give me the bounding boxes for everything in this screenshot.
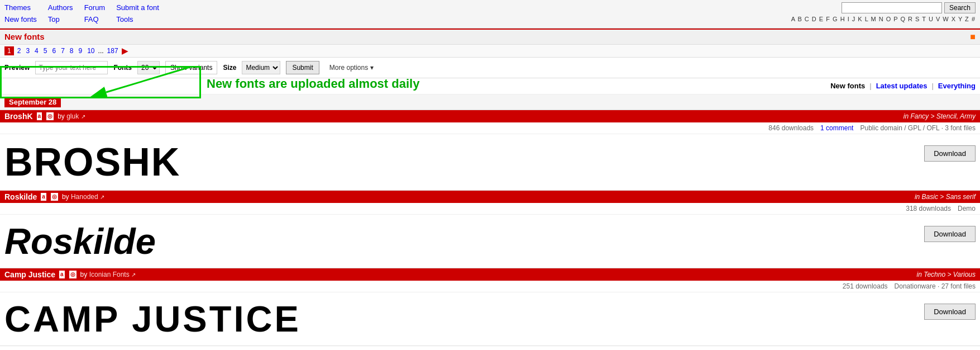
font-author-camp-justice: by Iconian Fonts ↗	[80, 271, 136, 278]
search-bar: Search	[842, 2, 976, 13]
page-wrapper: Themes New fonts Authors Top Forum FAQ S…	[0, 0, 980, 346]
license-broshk: Public domain / GPL / OFL · 3 font files	[860, 124, 976, 132]
nav-faq[interactable]: FAQ	[84, 14, 106, 26]
page-2[interactable]: 2	[16, 46, 23, 55]
font-preview-broshk: BROSHK Download	[0, 134, 980, 190]
search-button[interactable]: Search	[944, 2, 976, 13]
more-options-button[interactable]: More options ▾	[325, 61, 378, 74]
nav-new-fonts[interactable]: New fonts	[4, 14, 37, 26]
font-icon-img-roskilde: ◎	[51, 193, 58, 201]
font-section-broshk: BroshK a ◎ by gluk ↗ in Fancy > Stencil,…	[0, 110, 980, 191]
nav-tools[interactable]: Tools	[116, 14, 159, 26]
font-name-broshk[interactable]: BroshK	[4, 112, 33, 121]
sub-latest-updates-link[interactable]: Latest updates	[876, 81, 928, 92]
page-6[interactable]: 6	[50, 46, 58, 55]
page-187[interactable]: 187	[106, 46, 120, 55]
font-bar-left-broshk: BroshK a ◎ by gluk ↗	[4, 112, 85, 121]
nav-right: Search A B C D E F G H I J K L M N O P Q…	[791, 2, 976, 22]
size-select[interactable]: Medium Small Large	[242, 61, 280, 74]
page-8[interactable]: 8	[68, 46, 75, 55]
font-icon-img-broshk: ◎	[46, 112, 54, 120]
size-label: Size	[223, 64, 236, 72]
font-icon-a-roskilde: a	[41, 193, 46, 201]
license-camp-justice: Donationware · 27 font files	[895, 282, 976, 290]
font-author-roskilde: by Hanoded ↗	[62, 193, 104, 201]
download-count-roskilde: 318 downloads	[906, 205, 951, 212]
font-category-camp-justice: in Techno > Various	[916, 271, 976, 278]
font-preview-text-broshk: BROSHK	[4, 140, 180, 185]
nav-themes[interactable]: Themes	[4, 2, 37, 14]
date-separator: September 28	[0, 94, 980, 110]
page-5[interactable]: 5	[42, 46, 49, 55]
nav-col-1: Themes New fonts	[4, 2, 37, 26]
font-bar-left-roskilde: Roskilde a ◎ by Hanoded ↗	[4, 192, 104, 201]
nav-authors[interactable]: Authors	[48, 2, 73, 14]
preview-label: Preview	[4, 64, 30, 72]
page-3[interactable]: 3	[24, 46, 31, 55]
ext-link-roskilde[interactable]: ↗	[100, 194, 104, 200]
nav-col-2: Authors Top	[48, 2, 73, 26]
font-name-roskilde[interactable]: Roskilde	[4, 192, 37, 201]
font-author-broshk: by gluk ↗	[58, 112, 85, 120]
font-category-roskilde: in Basic > Sans serif	[915, 193, 976, 201]
fonts-select[interactable]: 20 10 50	[137, 61, 160, 74]
author-link-broshk[interactable]: gluk	[66, 112, 79, 120]
rss-icon[interactable]: ■	[970, 32, 976, 42]
submit-button[interactable]: Submit	[286, 61, 319, 74]
controls-bar: Preview Fonts 20 10 50 Show variants Siz…	[0, 58, 980, 78]
ext-link-camp-justice[interactable]: ↗	[131, 272, 136, 278]
sub-header: New fonts | Latest updates | Everything	[0, 78, 980, 95]
page-next[interactable]: ▶	[122, 46, 128, 55]
page-ellipsis: ...	[98, 47, 104, 55]
page-current[interactable]: 1	[4, 46, 14, 55]
font-meta-broshk: 846 downloads 1 comment Public domain / …	[0, 122, 980, 134]
sub-new-fonts-link[interactable]: New fonts	[830, 82, 865, 90]
sub-everything-link[interactable]: Everything	[938, 81, 976, 92]
author-link-camp-justice[interactable]: Iconian Fonts	[89, 271, 130, 278]
font-bar-broshk: BroshK a ◎ by gluk ↗ in Fancy > Stencil,…	[0, 110, 980, 122]
sep-1: |	[869, 82, 871, 90]
page-9[interactable]: 9	[77, 46, 84, 55]
fonts-label: Fonts	[113, 64, 132, 72]
search-input[interactable]	[842, 2, 942, 13]
author-link-roskilde[interactable]: Hanoded	[71, 193, 98, 201]
alphabet-text: A B C D E F G H I J K L M N O P Q R S T …	[791, 16, 976, 22]
nav-submit-font[interactable]: Submit a font	[116, 2, 159, 14]
download-button-broshk[interactable]: Download	[924, 145, 976, 162]
font-meta-camp-justice: 251 downloads Donationware · 27 font fil…	[0, 281, 980, 292]
download-button-roskilde[interactable]: Download	[924, 226, 976, 242]
font-preview-text-roskilde: Roskilde	[4, 220, 156, 262]
font-preview-camp-justice: CAMP JUSTICE Download	[0, 292, 980, 346]
section-header: New fonts ■	[0, 29, 980, 45]
show-variants-button[interactable]: Show variants	[165, 61, 217, 74]
sub-header-links: New fonts | Latest updates | Everything	[830, 81, 976, 92]
font-name-camp-justice[interactable]: Camp Justice	[4, 270, 55, 279]
nav-top[interactable]: Top	[48, 14, 73, 26]
preview-text-input[interactable]	[35, 61, 108, 74]
font-bar-roskilde: Roskilde a ◎ by Hanoded ↗ in Basic > San…	[0, 191, 980, 203]
font-section-camp-justice: Camp Justice a ◎ by Iconian Fonts ↗ in T…	[0, 268, 980, 346]
page-4[interactable]: 4	[33, 46, 40, 55]
nav-col-4: Submit a font Tools	[116, 2, 159, 26]
alphabet-bar: A B C D E F G H I J K L M N O P Q R S T …	[791, 16, 976, 22]
font-icon-a-camp-justice: a	[59, 271, 65, 278]
comment-link-broshk[interactable]: 1 comment	[820, 124, 853, 132]
download-count-broshk: 846 downloads	[768, 124, 814, 132]
date-badge: September 28	[4, 97, 61, 107]
ext-link-broshk[interactable]: ↗	[81, 113, 85, 120]
page-7[interactable]: 7	[59, 46, 66, 55]
font-bar-camp-justice: Camp Justice a ◎ by Iconian Fonts ↗ in T…	[0, 268, 980, 281]
font-section-roskilde: Roskilde a ◎ by Hanoded ↗ in Basic > San…	[0, 191, 980, 268]
nav-col-3: Forum FAQ	[84, 2, 106, 26]
font-bar-left-camp-justice: Camp Justice a ◎ by Iconian Fonts ↗	[4, 270, 136, 279]
pagination: 1 2 3 4 5 6 7 8 9 10 ... 187 ▶	[0, 45, 980, 58]
font-meta-roskilde: 318 downloads Demo	[0, 203, 980, 215]
sep-2: |	[931, 82, 933, 90]
download-count-camp-justice: 251 downloads	[843, 282, 888, 290]
nav-forum[interactable]: Forum	[84, 2, 106, 14]
page-10[interactable]: 10	[85, 46, 96, 55]
download-button-camp-justice[interactable]: Download	[924, 304, 976, 320]
font-icon-img-camp-justice: ◎	[69, 271, 77, 278]
font-preview-roskilde: Roskilde Download	[0, 215, 980, 268]
license-roskilde: Demo	[958, 205, 976, 212]
